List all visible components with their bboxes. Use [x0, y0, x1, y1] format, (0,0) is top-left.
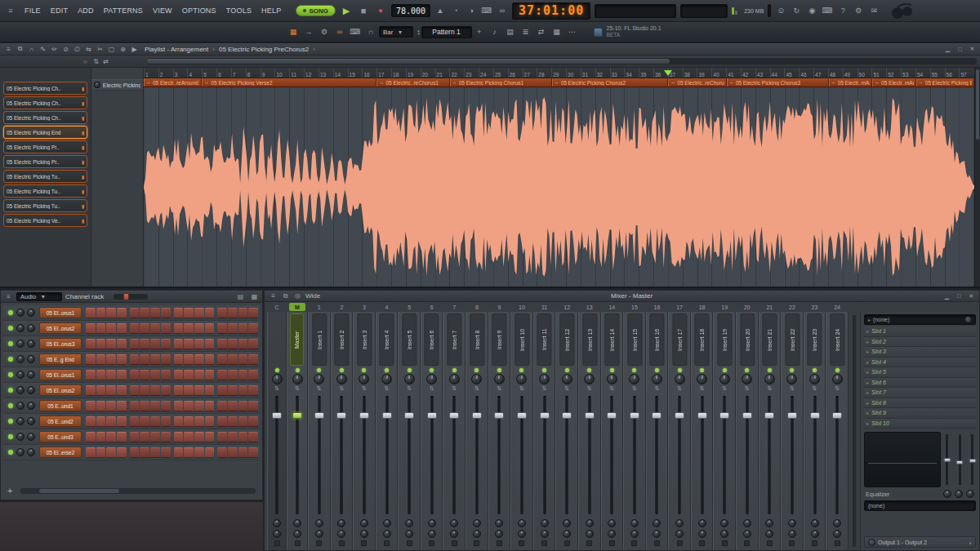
- step-cell[interactable]: [238, 339, 248, 349]
- mixer-vscrollbar[interactable]: [849, 312, 860, 550]
- mixer-track-number[interactable]: 1: [308, 303, 331, 311]
- step-cell[interactable]: [217, 447, 227, 458]
- strip-fx-enable[interactable]: [767, 540, 773, 546]
- playlist-menu-icon[interactable]: ≡: [4, 45, 13, 54]
- strip-fx-enable[interactable]: [631, 540, 637, 546]
- strip-led[interactable]: [408, 368, 412, 372]
- mixer-strip[interactable]: Insert 24⇅: [826, 312, 849, 550]
- fx-slot[interactable]: ▸Slot 6: [864, 378, 976, 389]
- strip-aux-knob[interactable]: [293, 519, 301, 527]
- step-cell[interactable]: [205, 354, 215, 365]
- maximize-button[interactable]: □: [956, 47, 964, 52]
- step-cell[interactable]: [86, 385, 96, 396]
- mixer-strip[interactable]: Insert 13⇅: [578, 312, 601, 550]
- mixer-strip[interactable]: Insert 3⇅: [353, 312, 376, 550]
- mixer-strip[interactable]: Insert 23⇅: [804, 312, 826, 550]
- step-cell[interactable]: [117, 370, 127, 380]
- strip-aux-knob[interactable]: [360, 519, 368, 527]
- mixer-strip[interactable]: Insert 7⇅: [443, 312, 466, 550]
- step-cell[interactable]: [117, 385, 127, 396]
- midi-keyboard-icon[interactable]: ⌨: [822, 5, 833, 16]
- step-cell[interactable]: [217, 339, 227, 349]
- step-cell[interactable]: [184, 323, 194, 334]
- fader-handle[interactable]: [292, 412, 302, 419]
- strip-fader[interactable]: [354, 394, 374, 516]
- mixer-track-number[interactable]: 6: [421, 303, 443, 311]
- strip-led[interactable]: [790, 368, 794, 372]
- picker-item[interactable]: 05 Electric Picking Tu..▮: [3, 199, 87, 212]
- strip-led[interactable]: [610, 368, 614, 372]
- step-cell[interactable]: [86, 416, 96, 427]
- step-cell[interactable]: [248, 323, 258, 334]
- strip-pan-knob[interactable]: [607, 374, 617, 384]
- step-cell[interactable]: [117, 339, 127, 349]
- step-cell[interactable]: [117, 323, 127, 334]
- picker-item[interactable]: 05 Electric Picking Ve..▮: [3, 214, 87, 227]
- mixer-track-number[interactable]: 12: [555, 303, 578, 311]
- eq-band-low[interactable]: [946, 434, 948, 485]
- mixer-strip[interactable]: Insert 9⇅: [488, 312, 511, 550]
- step-cell[interactable]: [161, 432, 171, 442]
- mixer-menu-icon[interactable]: ≡: [269, 291, 278, 300]
- swap-icon[interactable]: ⇄: [101, 57, 110, 66]
- fx-slot[interactable]: ▸Slot 10: [864, 419, 976, 429]
- step-cell[interactable]: [217, 401, 227, 411]
- mixer-strip[interactable]: Insert 8⇅: [466, 312, 488, 550]
- step-cell[interactable]: [130, 401, 140, 411]
- mic-icon[interactable]: ◉: [806, 5, 817, 16]
- strip-pan-knob[interactable]: [764, 374, 775, 384]
- graph-editor-icon[interactable]: ▤: [236, 292, 245, 301]
- step-cell[interactable]: [96, 370, 106, 380]
- playlist-vscrollbar[interactable]: [974, 68, 980, 287]
- strip-aux-knob[interactable]: [653, 519, 661, 527]
- fader-handle[interactable]: [697, 412, 707, 419]
- mixer-strip[interactable]: Insert 14⇅: [601, 312, 624, 550]
- strip-pan-knob[interactable]: [809, 374, 820, 384]
- typing-keyboard-icon[interactable]: ⌨: [350, 26, 361, 38]
- channel-button[interactable]: 05 E..und3: [39, 431, 82, 442]
- strip-pan-knob[interactable]: [516, 374, 527, 384]
- step-cell[interactable]: [194, 370, 204, 380]
- tools-icon[interactable]: ⚙: [853, 5, 864, 16]
- strip-led[interactable]: [835, 368, 840, 372]
- channel-group-selector[interactable]: Audio ▾: [16, 292, 62, 301]
- strip-fader[interactable]: [580, 394, 599, 516]
- strip-fader[interactable]: [332, 394, 352, 516]
- mixer-track-number[interactable]: 16: [646, 303, 669, 311]
- strip-aux-knob[interactable]: [315, 519, 323, 527]
- quantize-icon[interactable]: ≣: [520, 26, 532, 38]
- strip-pan-knob[interactable]: [675, 374, 685, 384]
- strip-fx-enable[interactable]: [564, 540, 570, 546]
- strip-fader[interactable]: [535, 394, 555, 516]
- strip-fx-enable[interactable]: [452, 540, 457, 546]
- step-cell[interactable]: [238, 432, 248, 442]
- step-cell[interactable]: [184, 416, 194, 427]
- mixer-strip-current[interactable]: ⇅: [267, 312, 287, 550]
- mixer-strip[interactable]: Insert 11⇅: [533, 312, 556, 550]
- eq-handle[interactable]: [956, 460, 964, 464]
- playback-tool-icon[interactable]: ▶: [130, 45, 139, 54]
- rack-hscrollbar[interactable]: [20, 488, 256, 494]
- strip-aux-knob[interactable]: [630, 530, 639, 538]
- strip-led[interactable]: [340, 368, 344, 372]
- step-cell[interactable]: [161, 370, 171, 380]
- pattern-selector[interactable]: Pattern 1: [421, 26, 472, 38]
- menu-item-patterns[interactable]: PATTERNS: [100, 5, 147, 16]
- channel-enable-led[interactable]: [8, 341, 13, 346]
- strip-led[interactable]: [655, 368, 659, 372]
- mixer-track-number[interactable]: 7: [443, 303, 466, 311]
- fader-handle[interactable]: [585, 412, 595, 419]
- step-cell[interactable]: [228, 339, 238, 349]
- mixer-track-number[interactable]: 5: [398, 303, 421, 311]
- draw-tool-icon[interactable]: ✎: [38, 45, 47, 54]
- output-routing[interactable]: Output 1 - Output 2 ▸: [864, 536, 976, 548]
- pattern-clip[interactable]: ↔05 Electr..mAround2: [829, 78, 873, 87]
- channel-volume-knob[interactable]: [27, 355, 35, 363]
- multilink-icon[interactable]: ∞: [497, 5, 508, 16]
- step-cell[interactable]: [106, 323, 116, 334]
- channel-pan-knob[interactable]: [16, 340, 24, 348]
- step-cell[interactable]: [205, 308, 215, 318]
- step-cell[interactable]: [96, 401, 106, 411]
- strip-aux-knob[interactable]: [428, 519, 436, 527]
- step-cell[interactable]: [194, 432, 204, 442]
